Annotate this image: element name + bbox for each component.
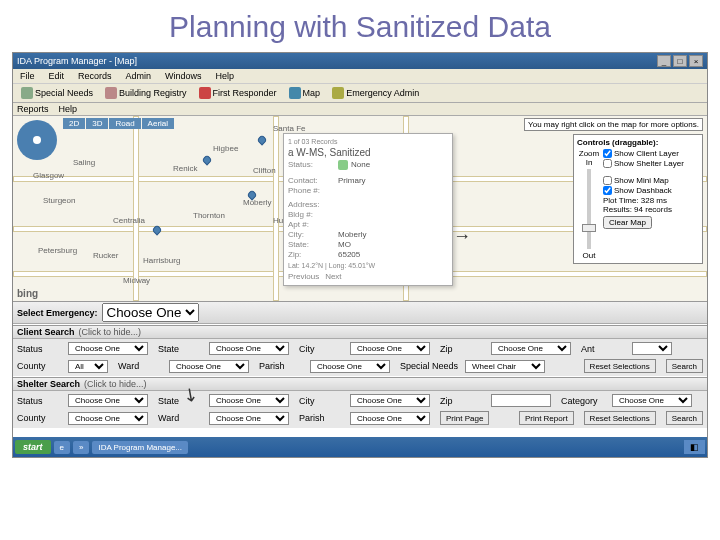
- titlebar: IDA Program Manager - [Map] _ □ ×: [13, 53, 707, 69]
- popup-prev-link[interactable]: Previous: [288, 272, 319, 281]
- shelter-status-select[interactable]: Choose One: [68, 394, 148, 407]
- show-shelter-checkbox[interactable]: [603, 159, 612, 168]
- shelter-search-hint[interactable]: (Click to hide...): [84, 379, 147, 389]
- client-parish-select[interactable]: Choose One: [310, 360, 390, 373]
- tb-first-responder[interactable]: First Responder: [195, 86, 281, 100]
- tb-emergency-admin[interactable]: Emergency Admin: [328, 86, 423, 100]
- shelter-status-label: Status: [17, 396, 65, 406]
- client-state-select[interactable]: Choose One: [209, 342, 289, 355]
- tb-building-registry[interactable]: Building Registry: [101, 86, 191, 100]
- minimize-button[interactable]: _: [657, 55, 671, 67]
- map-pin[interactable]: [256, 134, 267, 145]
- shelter-cat-label: Category: [561, 396, 609, 406]
- tb-map[interactable]: Map: [285, 86, 325, 100]
- controls-panel[interactable]: Controls (draggable): Zoom In Out Show C…: [573, 134, 703, 264]
- record-popup: 1 of 03 Records a W-MS, Sanitized Status…: [283, 133, 453, 286]
- client-search-hint[interactable]: (Click to hide...): [79, 327, 142, 337]
- tab-2d[interactable]: 2D: [63, 118, 85, 129]
- shelter-zip-input[interactable]: [491, 394, 551, 407]
- maximize-button[interactable]: □: [673, 55, 687, 67]
- tray-icon[interactable]: ◧: [690, 442, 699, 452]
- tb-reports[interactable]: Reports: [17, 104, 49, 114]
- show-client-checkbox[interactable]: [603, 149, 612, 158]
- taskbar: start e » IDA Program Manage... ◧: [13, 437, 707, 457]
- menu-windows[interactable]: Windows: [162, 70, 205, 82]
- show-dash-label: Show Dashback: [614, 186, 672, 195]
- show-dash-checkbox[interactable]: [603, 186, 612, 195]
- tab-road[interactable]: Road: [109, 118, 140, 129]
- start-button[interactable]: start: [15, 440, 51, 454]
- tb-special-needs[interactable]: Special Needs: [17, 86, 97, 100]
- town-label: Moberly: [243, 198, 271, 207]
- popup-apt-label: Apt #:: [288, 220, 338, 229]
- town-label: Saling: [73, 158, 95, 167]
- window-title: IDA Program Manager - [Map]: [17, 56, 137, 66]
- town-label: Clifton: [253, 166, 276, 175]
- client-ward-select[interactable]: Choose One: [169, 360, 249, 373]
- shelter-search-header: Shelter Search: [17, 379, 80, 389]
- menubar: File Edit Records Admin Windows Help: [13, 69, 707, 84]
- client-city-select[interactable]: Choose One: [350, 342, 430, 355]
- town-label: Harrisburg: [143, 256, 180, 265]
- admin-icon: [332, 87, 344, 99]
- shelter-county-select[interactable]: Choose One: [68, 412, 148, 425]
- menu-admin[interactable]: Admin: [123, 70, 155, 82]
- popup-next-link[interactable]: Next: [325, 272, 341, 281]
- client-status-label: Status: [17, 344, 65, 354]
- shelter-ward-select[interactable]: Choose One: [209, 412, 289, 425]
- show-client-label: Show Client Layer: [614, 149, 679, 158]
- town-label: Higbee: [213, 144, 238, 153]
- popup-phone-label: Phone #:: [288, 186, 338, 195]
- town-label: Santa Fe: [273, 124, 305, 133]
- person-icon: [338, 160, 348, 170]
- shelter-city-select[interactable]: Choose One: [350, 394, 430, 407]
- client-zip-select[interactable]: Choose One: [491, 342, 571, 355]
- zoom-in-button[interactable]: In: [577, 158, 601, 167]
- shelter-state-select[interactable]: Choose One: [209, 394, 289, 407]
- controls-header: Controls (draggable):: [577, 138, 699, 147]
- show-shelter-label: Show Shelter Layer: [614, 159, 684, 168]
- close-button[interactable]: ×: [689, 55, 703, 67]
- client-ant-select[interactable]: [632, 342, 672, 355]
- popup-city-label: City:: [288, 230, 338, 239]
- client-sn-select[interactable]: Wheel Chair: [465, 360, 545, 373]
- taskbar-app[interactable]: IDA Program Manage...: [92, 441, 188, 454]
- menu-edit[interactable]: Edit: [46, 70, 68, 82]
- emergency-select[interactable]: Choose One: [102, 303, 199, 322]
- print-report-button[interactable]: Print Report: [519, 411, 574, 425]
- shelter-cat-select[interactable]: Choose One: [612, 394, 692, 407]
- taskbar-ie[interactable]: e: [54, 441, 70, 454]
- client-status-select[interactable]: Choose One: [68, 342, 148, 355]
- toolbar: Special Needs Building Registry First Re…: [13, 84, 707, 103]
- map-pin[interactable]: [201, 154, 212, 165]
- shelter-search-button[interactable]: Search: [666, 411, 703, 425]
- popup-count: 1 of 03 Records: [288, 138, 448, 145]
- shelter-reset-button[interactable]: Reset Selections: [584, 411, 656, 425]
- town-label: Sturgeon: [43, 196, 75, 205]
- tab-aerial[interactable]: Aerial: [142, 118, 174, 129]
- shelter-county-label: County: [17, 413, 65, 423]
- person-icon: [21, 87, 33, 99]
- popup-zip-value: 65205: [338, 250, 360, 259]
- compass-control[interactable]: [17, 120, 57, 160]
- plot-time: Plot Time: 328 ms: [603, 196, 699, 205]
- client-reset-button[interactable]: Reset Selections: [584, 359, 656, 373]
- zoom-label: Zoom: [577, 149, 601, 158]
- menu-help[interactable]: Help: [213, 70, 238, 82]
- menu-file[interactable]: File: [17, 70, 38, 82]
- zoom-slider[interactable]: [587, 169, 591, 249]
- map-icon: [289, 87, 301, 99]
- tab-3d[interactable]: 3D: [86, 118, 108, 129]
- client-search-button[interactable]: Search: [666, 359, 703, 373]
- menu-records[interactable]: Records: [75, 70, 115, 82]
- print-page-button[interactable]: Print Page: [440, 411, 489, 425]
- show-mini-checkbox[interactable]: [603, 176, 612, 185]
- client-county-select[interactable]: All: [68, 360, 108, 373]
- tb-help[interactable]: Help: [59, 104, 78, 114]
- view-tabs: 2D 3D Road Aerial: [63, 118, 174, 129]
- zoom-out-button[interactable]: Out: [577, 251, 601, 260]
- system-tray[interactable]: ◧: [684, 440, 705, 454]
- shelter-parish-select[interactable]: Choose One: [350, 412, 430, 425]
- emergency-panel: Select Emergency: Choose One: [13, 301, 707, 325]
- clear-map-button[interactable]: Clear Map: [603, 216, 652, 229]
